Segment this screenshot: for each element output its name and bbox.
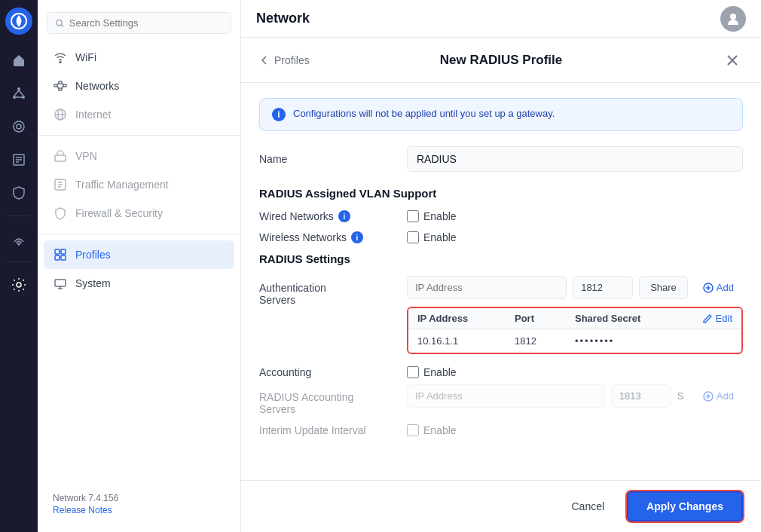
nav-home-icon[interactable] [4,45,34,75]
nav-topology-icon[interactable] [4,78,34,109]
name-input[interactable] [407,146,743,172]
accounting-separator: S [677,390,688,402]
icon-bar-divider-2 [8,261,30,262]
radius-section-title: RADIUS Settings [259,252,743,265]
panel-header: Profiles New RADIUS Profile [241,38,761,83]
wireless-info-icon[interactable]: i [351,231,363,243]
add-button[interactable]: Add [694,277,743,298]
wireless-networks-row: Wireless Networks i Enable [259,231,743,243]
sidebar-item-wifi[interactable]: WiFi [38,43,240,72]
accounting-servers-right: S Add [407,384,743,415]
close-button[interactable] [722,50,743,71]
sidebar-item-internet[interactable]: Internet [38,100,240,129]
accounting-enable-checkbox[interactable]: Enable [407,366,457,378]
accounting-servers-label: RADIUS AccountingServers [259,385,395,415]
row-secret: •••••••• [575,335,672,347]
app-logo[interactable] [5,8,32,35]
interim-enable-checkbox[interactable]: Enable [407,424,457,436]
nav-settings-icon[interactable] [4,270,34,300]
accounting-label: Accounting [259,366,395,378]
accounting-ip-input[interactable] [407,384,605,408]
col-header-ip: IP Address [417,313,515,324]
sidebar: WiFi Networks Internet VPN [38,0,241,532]
nav-radio-icon[interactable] [4,224,34,254]
svg-point-1 [17,87,20,90]
sidebar-item-traffic-label: Traffic Management [75,179,169,191]
svg-rect-17 [54,84,57,87]
name-row: Name [259,146,743,172]
auth-ip-input[interactable] [407,276,567,299]
svg-line-22 [57,86,59,90]
wireless-enable-check[interactable] [407,231,419,243]
panel-title: New RADIUS Profile [440,53,562,68]
table-row: 10.16.1.1 1812 •••••••• [408,329,741,353]
wireless-networks-label: Wireless Networks i [259,231,395,243]
nav-stats-icon[interactable] [4,112,34,142]
breadcrumb-label: Profiles [274,54,310,66]
sidebar-item-system[interactable]: System [38,269,240,298]
accounting-port-input[interactable] [611,384,671,408]
sidebar-item-system-label: System [75,277,111,289]
interim-enable-check[interactable] [407,424,419,436]
wired-networks-label: Wired Networks i [259,210,395,222]
share-button[interactable]: Share [639,276,688,299]
info-icon: i [272,108,286,121]
sidebar-divider-2 [38,234,240,234]
wireless-enable-checkbox[interactable]: Enable [407,231,457,243]
servers-table: IP Address Port Shared Secret Edit [407,307,743,354]
svg-point-13 [18,243,20,245]
accounting-add-label: Add [717,390,734,402]
sidebar-item-networks[interactable]: Networks [38,72,240,100]
search-input[interactable] [69,17,223,29]
search-container[interactable] [47,12,231,34]
panel-body: i Configurations will not be applied unt… [241,83,761,480]
wired-info-icon[interactable]: i [338,210,350,222]
breadcrumb[interactable]: Profiles [259,54,310,66]
svg-point-7 [14,121,24,132]
release-notes-link[interactable]: Release Notes [53,505,225,515]
wired-enable-checkbox[interactable]: Enable [407,210,457,222]
firewall-icon [53,206,68,221]
auth-servers-section: AuthenticationServers Share Add [259,276,743,354]
topbar: Network [241,0,761,38]
edit-button[interactable]: Edit [703,313,732,324]
nav-reports-icon[interactable] [4,145,34,175]
auth-port-input[interactable] [573,276,633,299]
wired-enable-check[interactable] [407,210,419,222]
vpn-icon [53,148,68,164]
svg-line-24 [62,86,63,90]
sidebar-item-vpn[interactable]: VPN [38,142,240,170]
sidebar-item-firewall[interactable]: Firewall & Security [38,199,240,228]
icon-bar-divider [8,216,30,216]
cancel-button[interactable]: Cancel [557,493,620,520]
wired-enable-label: Enable [423,210,457,222]
row-ip: 10.16.1.1 [417,335,515,347]
svg-rect-18 [59,81,62,84]
sidebar-item-traffic[interactable]: Traffic Management [38,170,240,199]
accounting-input-row: S Add [407,384,743,408]
auth-input-row: Share Add [407,276,743,299]
sidebar-item-profiles-label: Profiles [75,249,111,261]
sidebar-item-wifi-label: WiFi [75,51,96,63]
version-text: Network 7.4.156 [53,493,225,503]
accounting-add-icon [703,391,714,402]
wireless-enable-label: Enable [423,231,457,243]
sidebar-item-firewall-label: Firewall & Security [75,207,163,219]
svg-point-15 [57,20,62,25]
row-port: 1812 [515,335,575,347]
svg-line-4 [14,90,19,96]
user-avatar[interactable] [720,6,746,32]
svg-rect-35 [55,255,60,260]
svg-rect-20 [63,84,66,87]
col-header-port: Port [515,313,575,324]
sidebar-item-profiles[interactable]: Profiles [44,240,234,269]
info-message: Configurations will not be applied until… [293,108,555,119]
accounting-add-button[interactable]: Add [694,385,743,407]
nav-security-icon[interactable] [4,178,34,208]
panel-footer: Cancel Apply Changes [241,480,761,532]
auth-servers-label: AuthenticationServers [259,276,395,306]
accounting-enable-check[interactable] [407,366,419,378]
svg-point-16 [60,62,61,63]
apply-changes-button[interactable]: Apply Changes [627,491,743,521]
col-header-secret: Shared Secret [575,313,672,324]
